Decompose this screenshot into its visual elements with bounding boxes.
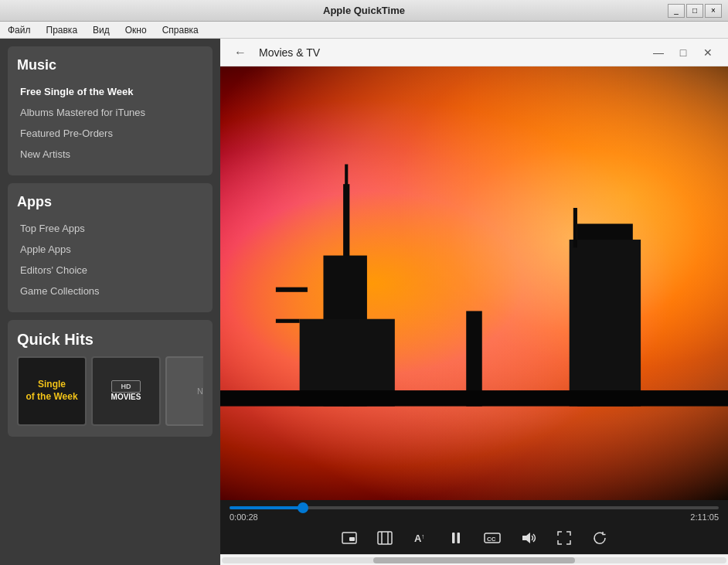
menu-help[interactable]: Справка [158,22,203,38]
silhouette-svg [220,66,728,500]
text-icon: A ↑ [412,529,429,546]
window-close-button[interactable]: ✕ [697,42,719,63]
progress-fill [230,506,303,509]
replay-button[interactable] [591,529,608,546]
title-bar-controls: _ □ × [668,4,722,18]
trim-button[interactable] [376,529,393,546]
sidebar-item-new-artists[interactable]: New Artists [17,144,203,165]
quick-hits-thumbnails: Single of the Week HD MOVIES N [17,356,203,426]
menu-window[interactable]: Окно [121,22,151,38]
svg-rect-4 [276,319,300,323]
menu-bar: Файл Правка Вид Окно Справка [0,22,728,39]
progress-area [220,500,728,509]
sidebar-item-game-collections[interactable]: Game Collections [17,281,203,301]
control-buttons: A ↑ CC [220,525,728,554]
menu-edit[interactable]: Правка [42,22,83,38]
scrollbar-track[interactable] [222,557,726,563]
scrollbar-thumb[interactable] [373,557,575,563]
apps-section-title: Apps [17,194,203,210]
svg-rect-19 [457,533,460,543]
thumbnail-single-week[interactable]: Single of the Week [17,356,87,426]
window-minimize-button[interactable]: — [648,42,669,63]
pip-icon [341,529,358,546]
thumbnail-placeholder[interactable]: N [165,356,203,426]
sidebar-item-featured-preorders[interactable]: Featured Pre-Orders [17,123,203,144]
svg-rect-8 [573,208,577,247]
text-button[interactable]: A ↑ [412,529,429,546]
menu-file[interactable]: Файл [3,22,36,38]
captions-button[interactable]: CC [483,529,502,546]
svg-rect-12 [349,537,355,541]
captions-icon: CC [483,529,502,546]
sidebar-item-free-single[interactable]: Free Single of the Week [17,81,203,102]
time-display: 0:00:28 2:11:05 [220,509,728,525]
app-title: Apple QuickTime [60,5,668,16]
close-button[interactable]: × [705,4,722,18]
sidebar-item-top-free-apps[interactable]: Top Free Apps [17,218,203,239]
svg-rect-10 [220,390,728,407]
sidebar: Music Free Single of the Week Albums Mas… [0,39,220,565]
current-time: 0:00:28 [230,512,258,522]
svg-text:CC: CC [487,536,496,543]
svg-rect-13 [378,532,392,544]
pip-button[interactable] [341,529,358,546]
quick-hits-title: Quick Hits [17,331,203,349]
music-section-title: Music [17,57,203,73]
svg-rect-7 [570,240,641,407]
video-frame [220,66,728,500]
movies-tv-window-controls: — □ ✕ [648,42,719,63]
title-bar: Apple QuickTime _ □ × [0,0,728,22]
minimize-button[interactable]: _ [668,4,685,18]
quick-hits-section: Quick Hits Single of the Week HD MOVIES … [8,320,213,437]
movies-tv-titlebar: ← Movies & TV — □ ✕ [220,39,728,66]
music-section: Music Free Single of the Week Albums Mas… [8,46,213,175]
hd-badge: HD [111,380,141,393]
scrollbar-area[interactable] [220,554,728,565]
right-panel: ← Movies & TV — □ ✕ [220,39,728,565]
fullscreen-button[interactable] [556,529,573,546]
thumbnail-hd-movies[interactable]: HD MOVIES [91,356,161,426]
replay-icon [591,529,608,546]
svg-rect-18 [452,533,455,543]
controls-bar: 0:00:28 2:11:05 [220,500,728,565]
svg-rect-3 [276,288,308,292]
menu-view[interactable]: Вид [88,22,114,38]
pause-button[interactable] [447,529,464,546]
video-area[interactable] [220,66,728,500]
restore-button[interactable]: □ [686,4,703,18]
svg-rect-5 [345,165,348,189]
sidebar-item-editors-choice[interactable]: Editors' Choice [17,260,203,281]
volume-icon [520,529,537,546]
pause-icon [447,529,464,546]
fullscreen-icon [556,529,573,546]
sidebar-item-apple-apps[interactable]: Apple Apps [17,239,203,260]
sidebar-item-albums-mastered[interactable]: Albums Mastered for iTunes [17,102,203,123]
progress-thumb[interactable] [298,502,308,513]
total-time: 2:11:05 [690,512,719,522]
svg-text:↑: ↑ [421,533,425,540]
volume-button[interactable] [520,529,537,546]
main-content: Music Free Single of the Week Albums Mas… [0,39,728,565]
hd-movies-text: MOVIES [111,393,141,402]
movies-tv-title: Movies & TV [259,46,640,59]
back-button[interactable]: ← [230,42,251,63]
apps-section: Apps Top Free Apps Apple Apps Editors' C… [8,183,213,312]
progress-track[interactable] [230,506,719,509]
placeholder-text: N [197,386,203,396]
single-week-text: Single of the Week [22,376,80,406]
window-restore-button[interactable]: □ [672,42,694,63]
silhouette-container [220,66,728,500]
svg-marker-22 [522,533,530,543]
movies-tv-window: ← Movies & TV — □ ✕ [220,39,728,565]
trim-icon [376,529,393,546]
